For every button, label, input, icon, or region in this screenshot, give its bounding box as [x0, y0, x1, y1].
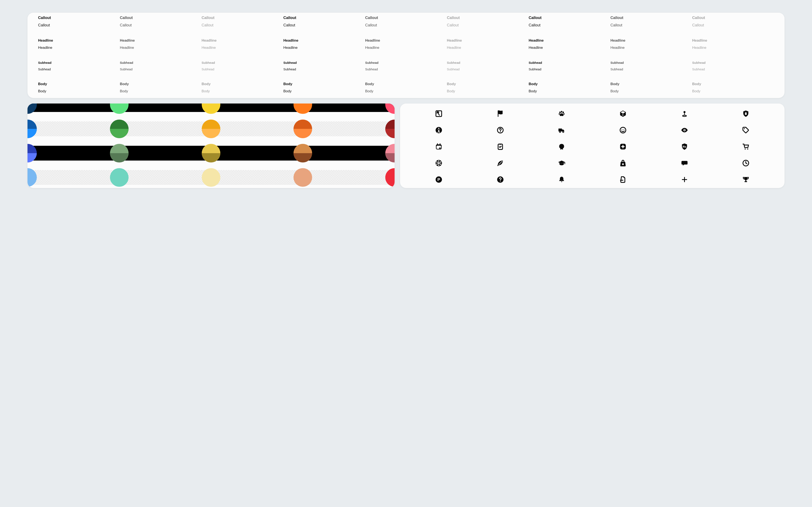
type-group: CalloutCalloutCallout	[283, 15, 529, 20]
svg-point-17	[620, 127, 626, 133]
svg-point-19	[623, 129, 624, 130]
color-swatch	[28, 120, 37, 138]
svg-point-3	[562, 111, 564, 113]
svg-point-37	[500, 181, 501, 181]
type-sample: Headline	[120, 38, 202, 43]
typography-card: CalloutCalloutCalloutCalloutCalloutCallo…	[28, 13, 784, 98]
type-sample: Body	[692, 81, 774, 87]
truck-delivery-icon	[558, 126, 565, 134]
type-sample: Callout	[692, 15, 774, 20]
accessibility-icon	[435, 126, 443, 134]
color-swatch	[385, 168, 395, 187]
type-sample: Callout	[202, 22, 283, 28]
svg-text:Rx: Rx	[682, 145, 687, 148]
type-sample: Body	[283, 81, 365, 87]
chat-bubble-icon	[681, 159, 688, 167]
svg-point-14	[500, 131, 501, 132]
type-sample: Headline	[529, 45, 610, 50]
trophy-icon	[742, 176, 750, 183]
type-group: CalloutCalloutCallout	[529, 15, 774, 20]
color-swatch	[385, 144, 395, 162]
svg-point-4	[559, 113, 560, 115]
type-sample: Headline	[202, 38, 283, 43]
palette-dot-row	[28, 168, 395, 187]
type-sample: Body	[202, 89, 283, 94]
type-group: CalloutCalloutCallout	[38, 15, 283, 20]
palette-stripe	[28, 104, 395, 112]
type-group: SubheadSubheadSubhead	[283, 67, 529, 71]
type-sample: Callout	[38, 15, 120, 20]
color-swatch	[294, 104, 312, 114]
type-sample: Callout	[692, 22, 774, 28]
type-sample: Subhead	[692, 60, 774, 65]
package-box-icon: C	[619, 110, 627, 117]
type-sample: Callout	[610, 22, 692, 28]
palette-stripe	[28, 146, 395, 161]
color-swatch	[385, 120, 395, 138]
svg-rect-39	[745, 181, 747, 182]
color-swatch	[28, 168, 37, 187]
bottom-row: CRxP	[28, 104, 784, 188]
shield-lock-icon	[742, 110, 750, 117]
tag-price-icon	[742, 126, 750, 134]
calendar-icon	[435, 143, 443, 151]
question-filled-circle-icon	[497, 176, 504, 183]
plus-square-icon	[619, 143, 627, 151]
type-sample: Subhead	[120, 67, 202, 71]
svg-point-1	[559, 111, 561, 113]
type-group: BodyBodyBody	[283, 89, 529, 94]
type-group: CalloutCalloutCallout	[283, 22, 529, 28]
color-swatch	[110, 168, 129, 187]
type-sample: Subhead	[610, 67, 692, 71]
type-sample: Body	[529, 81, 610, 87]
type-sample: Headline	[529, 38, 610, 43]
svg-text:P: P	[438, 177, 440, 182]
type-sample: Subhead	[283, 60, 365, 65]
type-sample: Subhead	[202, 67, 283, 71]
type-group: CalloutCalloutCallout	[38, 22, 283, 28]
type-sample: Headline	[610, 45, 692, 50]
type-sample: Callout	[365, 22, 447, 28]
type-sample: Body	[38, 89, 120, 94]
type-group: SubheadSubheadSubhead	[529, 67, 774, 71]
type-group: BodyBodyBody	[529, 81, 774, 87]
question-circle-icon	[497, 126, 504, 134]
color-swatch	[385, 104, 395, 114]
type-sample: Subhead	[120, 60, 202, 65]
color-palette-card	[28, 104, 395, 188]
type-row: BodyBodyBodyBodyBodyBodyBodyBodyBody	[38, 89, 774, 94]
type-sample: Callout	[283, 15, 365, 20]
svg-point-22	[744, 128, 745, 129]
type-group: BodyBodyBody	[283, 81, 529, 87]
type-sample: Callout	[610, 15, 692, 20]
type-sample: Callout	[38, 22, 120, 28]
type-group: HeadlineHeadlineHeadline	[529, 38, 774, 43]
svg-point-15	[560, 131, 561, 132]
type-group: SubheadSubheadSubhead	[283, 60, 529, 65]
type-sample: Body	[365, 81, 447, 87]
type-sample: Body	[283, 89, 365, 94]
color-swatch	[294, 120, 312, 138]
flag-icon	[497, 110, 504, 117]
type-sample: Callout	[202, 15, 283, 20]
svg-point-31	[747, 148, 748, 149]
type-sample: Callout	[529, 15, 610, 20]
type-sample: Body	[202, 81, 283, 87]
palette-dot-row	[28, 104, 395, 114]
type-sample: Headline	[283, 45, 365, 50]
svg-rect-10	[745, 113, 747, 115]
color-swatch	[110, 120, 129, 138]
type-sample: Subhead	[38, 67, 120, 71]
cart-icon	[742, 143, 750, 151]
type-sample: Headline	[365, 38, 447, 43]
eye-icon	[681, 126, 688, 134]
type-sample: Subhead	[447, 67, 529, 71]
map-pin-point-icon	[681, 110, 688, 117]
color-swatch	[294, 144, 312, 162]
shopping-bag-star-icon	[619, 159, 627, 167]
type-sample: Subhead	[365, 67, 447, 71]
type-group: SubheadSubheadSubhead	[38, 67, 283, 71]
type-sample: Callout	[447, 15, 529, 20]
clipboard-check-icon	[497, 143, 504, 151]
smile-face-icon	[619, 126, 627, 134]
